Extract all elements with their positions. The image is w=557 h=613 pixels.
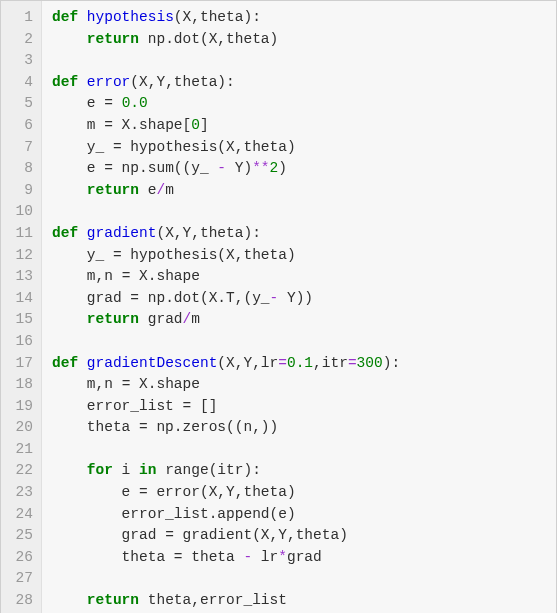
code-line: m,n = X.shape xyxy=(52,266,546,288)
line-number: 7 xyxy=(7,137,33,159)
line-number: 21 xyxy=(7,439,33,461)
op-token: / xyxy=(156,182,165,198)
code-line: grad = gradient(X,Y,theta) xyxy=(52,525,546,547)
line-number: 12 xyxy=(7,245,33,267)
line-number: 26 xyxy=(7,547,33,569)
code-line: m,n = X.shape xyxy=(52,374,546,396)
kw-token: return xyxy=(87,182,139,198)
code-line: theta = theta - lr*grad xyxy=(52,547,546,569)
op-token: ** xyxy=(252,160,269,176)
line-number: 1 xyxy=(7,7,33,29)
fn-token: gradientDescent xyxy=(87,355,218,371)
code-line: error_list = [] xyxy=(52,396,546,418)
code-line: for i in range(itr): xyxy=(52,460,546,482)
line-number: 16 xyxy=(7,331,33,353)
num-token: 300 xyxy=(357,355,383,371)
code-line: def gradientDescent(X,Y,lr=0.1,itr=300): xyxy=(52,353,546,375)
eq-token: = xyxy=(122,268,131,284)
line-number: 19 xyxy=(7,396,33,418)
line-number: 10 xyxy=(7,201,33,223)
line-number: 6 xyxy=(7,115,33,137)
line-number: 3 xyxy=(7,50,33,72)
code-line xyxy=(52,331,546,353)
code-line: return theta,error_list xyxy=(52,590,546,612)
eq-token: = xyxy=(104,160,113,176)
line-number: 8 xyxy=(7,158,33,180)
code-line: e = 0.0 xyxy=(52,93,546,115)
line-number: 15 xyxy=(7,309,33,331)
op-token: * xyxy=(278,549,287,565)
line-number: 18 xyxy=(7,374,33,396)
code-line xyxy=(52,568,546,590)
code-line: y_ = hypothesis(X,theta) xyxy=(52,245,546,267)
kw-token: return xyxy=(87,311,139,327)
num-token: 0.0 xyxy=(122,95,148,111)
fn-token: error xyxy=(87,74,131,90)
code-line: error_list.append(e) xyxy=(52,504,546,526)
line-number: 5 xyxy=(7,93,33,115)
num-token: 0 xyxy=(191,117,200,133)
line-number: 2 xyxy=(7,29,33,51)
op-token: / xyxy=(183,311,192,327)
line-number: 14 xyxy=(7,288,33,310)
code-body[interactable]: def hypothesis(X,theta): return np.dot(X… xyxy=(42,1,556,613)
code-line xyxy=(52,50,546,72)
eq-token: = xyxy=(139,419,148,435)
kw-token: for xyxy=(87,462,113,478)
kw-token: return xyxy=(87,31,139,47)
eq-token: = xyxy=(183,398,192,414)
eq-token: = xyxy=(130,290,139,306)
line-number: 23 xyxy=(7,482,33,504)
op-token: - xyxy=(243,549,252,565)
code-line: m = X.shape[0] xyxy=(52,115,546,137)
num-token: 0.1 xyxy=(287,355,313,371)
eq-token: = xyxy=(122,376,131,392)
kw-token: in xyxy=(139,462,156,478)
code-line: y_ = hypothesis(X,theta) xyxy=(52,137,546,159)
code-line: grad = np.dot(X.T,(y_- Y)) xyxy=(52,288,546,310)
op-token: = xyxy=(278,355,287,371)
op-token: = xyxy=(348,355,357,371)
eq-token: = xyxy=(113,139,122,155)
fn-token: hypothesis xyxy=(87,9,174,25)
code-line: return grad/m xyxy=(52,309,546,331)
op-token: - xyxy=(217,160,226,176)
eq-token: = xyxy=(139,484,148,500)
line-number: 4 xyxy=(7,72,33,94)
line-number: 13 xyxy=(7,266,33,288)
kw-token: def xyxy=(52,225,87,241)
eq-token: = xyxy=(113,247,122,263)
eq-token: = xyxy=(104,95,113,111)
num-token: 2 xyxy=(270,160,279,176)
kw-token: def xyxy=(52,9,87,25)
kw-token: def xyxy=(52,355,87,371)
code-line: return e/m xyxy=(52,180,546,202)
kw-token: return xyxy=(87,592,139,608)
code-line: def error(X,Y,theta): xyxy=(52,72,546,94)
kw-token: def xyxy=(52,74,87,90)
line-number: 25 xyxy=(7,525,33,547)
line-number: 24 xyxy=(7,504,33,526)
code-line: e = np.sum((y_ - Y)**2) xyxy=(52,158,546,180)
eq-token: = xyxy=(174,549,183,565)
line-number: 20 xyxy=(7,417,33,439)
code-line xyxy=(52,439,546,461)
fn-token: gradient xyxy=(87,225,157,241)
code-line: theta = np.zeros((n,)) xyxy=(52,417,546,439)
line-number: 28 xyxy=(7,590,33,612)
code-line: def hypothesis(X,theta): xyxy=(52,7,546,29)
code-line: def gradient(X,Y,theta): xyxy=(52,223,546,245)
code-line xyxy=(52,201,546,223)
eq-token: = xyxy=(104,117,113,133)
line-number: 9 xyxy=(7,180,33,202)
code-line: e = error(X,Y,theta) xyxy=(52,482,546,504)
line-number: 11 xyxy=(7,223,33,245)
line-number: 17 xyxy=(7,353,33,375)
line-number: 27 xyxy=(7,568,33,590)
line-number-gutter: 1234567891011121314151617181920212223242… xyxy=(1,1,42,613)
op-token: - xyxy=(270,290,279,306)
eq-token: = xyxy=(165,527,174,543)
code-container: 1234567891011121314151617181920212223242… xyxy=(0,0,557,613)
code-line: return np.dot(X,theta) xyxy=(52,29,546,51)
line-number: 22 xyxy=(7,460,33,482)
